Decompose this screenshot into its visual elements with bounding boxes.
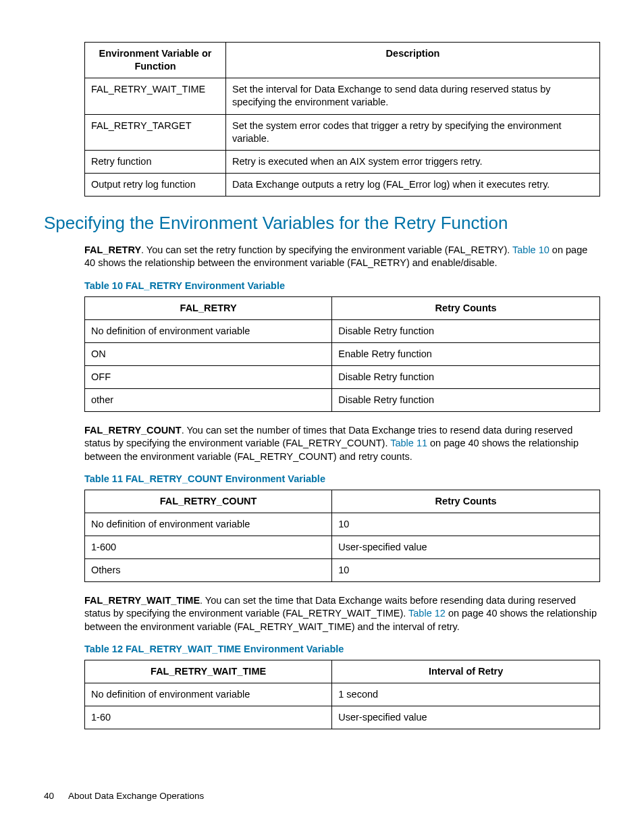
col-header: Retry Counts	[332, 296, 600, 319]
col-header: Interval of Retry	[332, 660, 600, 683]
footer-title: About Data Exchange Operations	[68, 791, 204, 801]
col-header: FAL_RETRY_WAIT_TIME	[85, 660, 332, 683]
table-11-caption: Table 11 FAL_RETRY_COUNT Environment Var…	[84, 473, 600, 486]
paragraph-fal-retry-count: FAL_RETRY_COUNT. You can set the number …	[84, 424, 600, 463]
table-row: 1-60User-specified value	[85, 706, 600, 729]
table-12-caption: Table 12 FAL_RETRY_WAIT_TIME Environment…	[84, 643, 600, 656]
table-row: Others10	[85, 559, 600, 582]
col-header: Retry Counts	[332, 490, 600, 513]
table-row: otherDisable Retry function	[85, 389, 600, 412]
col-header: Environment Variable or Function	[85, 43, 226, 78]
table-row: FAL_RETRY_WAIT_TIME Set the interval for…	[85, 78, 600, 114]
table-row: No definition of environment variable1 s…	[85, 683, 600, 706]
env-func-table: Environment Variable or Function Descrip…	[84, 42, 600, 197]
col-header: FAL_RETRY	[85, 296, 332, 319]
table-row: ONEnable Retry function	[85, 342, 600, 365]
link-table-11[interactable]: Table 11	[390, 438, 427, 448]
table-row: No definition of environment variableDis…	[85, 319, 600, 342]
table-11: FAL_RETRY_COUNT Retry Counts No definiti…	[84, 490, 600, 583]
link-table-12[interactable]: Table 12	[408, 608, 446, 619]
table-row: No definition of environment variable10	[85, 513, 600, 536]
table-10: FAL_RETRY Retry Counts No definition of …	[84, 296, 600, 413]
table-row: FAL_RETRY_TARGET Set the system error co…	[85, 114, 600, 150]
table-row: Retry function Retry is executed when an…	[85, 150, 600, 173]
col-header: FAL_RETRY_COUNT	[85, 490, 332, 513]
table-10-caption: Table 10 FAL_RETRY Environment Variable	[84, 280, 600, 292]
page-number: 40	[44, 790, 54, 802]
section-heading: Specifying the Environment Variables for…	[44, 211, 600, 234]
col-header: Description	[226, 43, 600, 78]
table-row: Output retry log function Data Exchange …	[85, 173, 600, 196]
table-row: OFFDisable Retry function	[85, 366, 600, 389]
link-table-10[interactable]: Table 10	[512, 244, 549, 255]
paragraph-fal-retry: FAL_RETRY. You can set the retry functio…	[84, 244, 600, 269]
page-footer: 40 About Data Exchange Operations	[44, 790, 600, 802]
table-12: FAL_RETRY_WAIT_TIME Interval of Retry No…	[84, 660, 600, 729]
paragraph-fal-retry-wait-time: FAL_RETRY_WAIT_TIME. You can set the tim…	[84, 594, 600, 633]
table-row: 1-600User-specified value	[85, 536, 600, 559]
